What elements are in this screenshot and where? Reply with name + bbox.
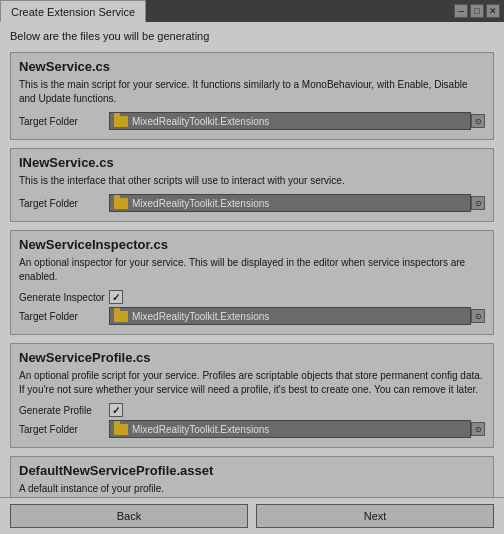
subtitle: Below are the files you will be generati… <box>10 30 494 42</box>
target-folder-row-2: Target Folder MixedRealityToolkit.Extens… <box>19 307 485 325</box>
section-title-2: NewServiceInspector.cs <box>19 237 485 252</box>
section-inew-service-cs: INewService.csThis is the interface that… <box>10 148 494 222</box>
section-title-1: INewService.cs <box>19 155 485 170</box>
folder-input-1[interactable]: MixedRealityToolkit.Extensions <box>109 194 471 212</box>
section-desc-3: An optional profile script for your serv… <box>19 369 485 397</box>
folder-btn-icon-1: ⊙ <box>475 199 482 208</box>
maximize-button[interactable]: □ <box>470 4 484 18</box>
back-button[interactable]: Back <box>10 504 248 528</box>
section-new-service-profile-cs: NewServiceProfile.csAn optional profile … <box>10 343 494 448</box>
title-bar-controls: ─ □ ✕ <box>454 0 504 22</box>
folder-input-0[interactable]: MixedRealityToolkit.Extensions <box>109 112 471 130</box>
folder-text-0: MixedRealityToolkit.Extensions <box>132 116 466 127</box>
folder-browse-btn-3[interactable]: ⊙ <box>471 422 485 436</box>
folder-btn-icon-3: ⊙ <box>475 425 482 434</box>
target-folder-row-0: Target Folder MixedRealityToolkit.Extens… <box>19 112 485 130</box>
folder-icon-3 <box>114 424 128 435</box>
title-bar: Create Extension Service ─ □ ✕ <box>0 0 504 22</box>
checkbox-row-2: Generate Inspector ✓ <box>19 290 485 304</box>
section-title-4: DefaultNewServiceProfile.asset <box>19 463 485 478</box>
folder-browse-btn-1[interactable]: ⊙ <box>471 196 485 210</box>
target-folder-row-3: Target Folder MixedRealityToolkit.Extens… <box>19 420 485 438</box>
section-title-0: NewService.cs <box>19 59 485 74</box>
section-new-service-inspector-cs: NewServiceInspector.csAn optional inspec… <box>10 230 494 335</box>
folder-btn-icon-0: ⊙ <box>475 117 482 126</box>
folder-icon-1 <box>114 198 128 209</box>
minimize-button[interactable]: ─ <box>454 4 468 18</box>
sections-container: NewService.csThis is the main script for… <box>10 52 494 497</box>
target-folder-label-3: Target Folder <box>19 424 109 435</box>
folder-text-1: MixedRealityToolkit.Extensions <box>132 198 466 209</box>
next-button[interactable]: Next <box>256 504 494 528</box>
folder-input-2[interactable]: MixedRealityToolkit.Extensions <box>109 307 471 325</box>
checkbox-label-2: Generate Inspector <box>19 292 109 303</box>
section-default-new-service-profile-asset: DefaultNewServiceProfile.assetA default … <box>10 456 494 497</box>
folder-input-3[interactable]: MixedRealityToolkit.Extensions <box>109 420 471 438</box>
footer: Back Next <box>0 497 504 534</box>
folder-btn-icon-2: ⊙ <box>475 312 482 321</box>
main-content: Below are the files you will be generati… <box>0 22 504 497</box>
checkbox-2[interactable]: ✓ <box>109 290 123 304</box>
minimize-icon: ─ <box>458 6 464 16</box>
window-tab[interactable]: Create Extension Service <box>0 0 146 22</box>
folder-icon-0 <box>114 116 128 127</box>
section-desc-0: This is the main script for your service… <box>19 78 485 106</box>
close-button[interactable]: ✕ <box>486 4 500 18</box>
target-folder-label-1: Target Folder <box>19 198 109 209</box>
maximize-icon: □ <box>474 6 479 16</box>
checkbox-row-3: Generate Profile ✓ <box>19 403 485 417</box>
close-icon: ✕ <box>489 6 497 16</box>
folder-text-3: MixedRealityToolkit.Extensions <box>132 424 466 435</box>
checkmark-2: ✓ <box>112 292 120 303</box>
window-tab-label: Create Extension Service <box>11 6 135 18</box>
section-title-3: NewServiceProfile.cs <box>19 350 485 365</box>
folder-browse-btn-0[interactable]: ⊙ <box>471 114 485 128</box>
section-desc-2: An optional inspector for your service. … <box>19 256 485 284</box>
section-desc-4: A default instance of your profile. <box>19 482 485 496</box>
checkbox-label-3: Generate Profile <box>19 405 109 416</box>
target-folder-label-0: Target Folder <box>19 116 109 127</box>
target-folder-label-2: Target Folder <box>19 311 109 322</box>
folder-text-2: MixedRealityToolkit.Extensions <box>132 311 466 322</box>
section-desc-1: This is the interface that other scripts… <box>19 174 485 188</box>
checkbox-3[interactable]: ✓ <box>109 403 123 417</box>
folder-icon-2 <box>114 311 128 322</box>
target-folder-row-1: Target Folder MixedRealityToolkit.Extens… <box>19 194 485 212</box>
checkmark-3: ✓ <box>112 405 120 416</box>
folder-browse-btn-2[interactable]: ⊙ <box>471 309 485 323</box>
section-new-service-cs: NewService.csThis is the main script for… <box>10 52 494 140</box>
window: Create Extension Service ─ □ ✕ Below are… <box>0 0 504 534</box>
